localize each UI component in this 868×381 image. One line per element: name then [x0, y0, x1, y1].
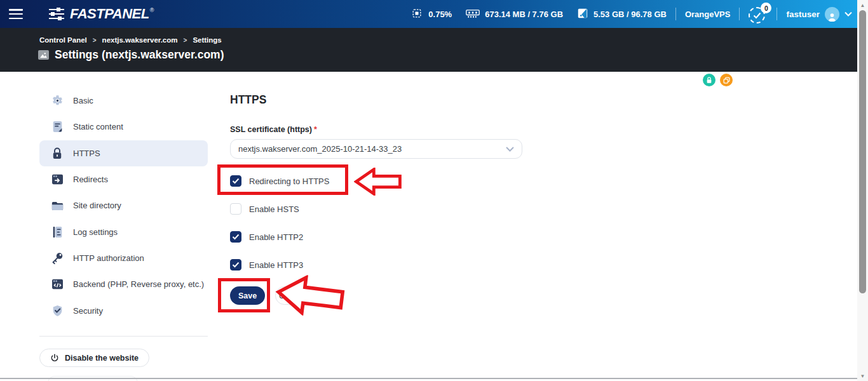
- checkbox-row-redirecting-to-https[interactable]: Redirecting to HTTPS: [230, 167, 421, 195]
- notifications-button[interactable]: 0: [749, 4, 768, 23]
- sidebar-item-site[interactable]: Site directory: [39, 192, 208, 218]
- checkbox[interactable]: [230, 175, 241, 187]
- username: fastuser: [786, 10, 820, 19]
- ssl-certificate-value: nextjs.wakserver.com_2025-10-21-14-33_23: [238, 144, 402, 154]
- code-icon: [51, 278, 64, 291]
- sidebar-item-basic[interactable]: Basic: [39, 88, 208, 114]
- chevron-down-icon: [506, 147, 514, 152]
- window-bottom-edge: [0, 378, 857, 379]
- disable-website-label: Disable the website: [65, 354, 139, 363]
- stat-value: 5.53 GB / 96.78 GB: [593, 10, 667, 19]
- sidebar-item-backend[interactable]: Backend (PHP, Reverse proxy, etc.): [39, 271, 208, 297]
- topbar-stats: 0.75%673.14 MB / 7.76 GB5.53 GB / 96.78 …: [410, 4, 857, 23]
- sidebar-item-label: Basic: [73, 96, 93, 105]
- apps-grid-icon[interactable]: [807, 74, 818, 85]
- copy-badge-icon[interactable]: [720, 74, 733, 86]
- sidebar-item-security[interactable]: Security: [39, 297, 208, 323]
- sidebar-item-label: Static content: [73, 122, 123, 131]
- sidebar-item-label: Security: [73, 306, 103, 316]
- save-button[interactable]: Save: [230, 286, 265, 305]
- registered-mark: ®: [150, 7, 154, 13]
- sidebar-item-label: Backend (PHP, Reverse proxy, etc.): [73, 279, 204, 289]
- divider: [675, 8, 676, 20]
- breadcrumb-item[interactable]: Settings: [193, 36, 221, 44]
- cpu-icon: [410, 7, 423, 22]
- document-icon: [51, 121, 64, 133]
- page-title: Settings (nextjs.wakserver.com): [55, 48, 224, 62]
- avatar: [825, 7, 839, 22]
- page-title-row: Settings (nextjs.wakserver.com): [38, 48, 224, 62]
- stat-disk: 5.53 GB / 96.78 GB: [577, 8, 667, 21]
- sidebar-item-http[interactable]: HTTP authorization: [39, 245, 208, 271]
- hamburger-menu-icon[interactable]: [9, 9, 23, 19]
- notification-badge: 0: [761, 3, 771, 13]
- site-favicon-icon: [38, 50, 49, 60]
- scroll-up-arrow-icon[interactable]: ▲: [857, 1, 868, 10]
- https-options: Redirecting to HTTPSEnable HSTSEnable HT…: [230, 167, 421, 279]
- resource-stats: 0.75%673.14 MB / 7.76 GB5.53 GB / 96.78 …: [410, 7, 667, 22]
- scrollbar-thumb[interactable]: [859, 10, 866, 293]
- checkbox[interactable]: [230, 231, 241, 243]
- breadcrumb-item[interactable]: nextjs.wakserver.com: [102, 36, 178, 44]
- sidebar-item-redirects[interactable]: Redirects: [39, 166, 208, 192]
- checkbox[interactable]: [230, 259, 241, 271]
- shield-check-icon: [51, 304, 64, 317]
- folder-icon: [51, 199, 64, 212]
- checkbox-row-enable-http2[interactable]: Enable HTTP2: [230, 223, 421, 251]
- divider: [739, 8, 740, 20]
- sidebar-item-label: HTTP authorization: [73, 253, 144, 263]
- required-asterisk: *: [314, 125, 317, 134]
- disk-icon: [577, 8, 588, 21]
- user-menu[interactable]: fastuser: [786, 7, 852, 22]
- checkbox-row-enable-hsts[interactable]: Enable HSTS: [230, 195, 421, 223]
- breadcrumb: Control Panel>nextjs.wakserver.com>Setti…: [39, 36, 222, 44]
- sidebar-item-static[interactable]: Static content: [39, 114, 208, 140]
- sidebar-item-label: HTTPS: [73, 149, 100, 158]
- checkbox[interactable]: [230, 203, 241, 215]
- ram-icon: [466, 8, 480, 20]
- stat-value: 673.14 MB / 7.76 GB: [485, 10, 563, 19]
- page-header: Control Panel>nextjs.wakserver.com>Setti…: [0, 28, 857, 72]
- sidebar-item-label: Redirects: [73, 175, 108, 184]
- fastpanel-logo[interactable]: FASTPANEL ®: [48, 6, 153, 22]
- settings-sidebar: BasicStatic contentHTTPSRedirectsSite di…: [39, 88, 208, 324]
- fastpanel-settings-screen: FASTPANEL ® 0.75%673.14 MB / 7.76 GB5.53…: [0, 0, 868, 381]
- lock-icon: [51, 147, 64, 159]
- ssl-lock-badge-icon[interactable]: [703, 74, 715, 86]
- sliders-logo-icon: [48, 7, 65, 21]
- log-file-icon: [51, 225, 64, 238]
- checkbox-row-enable-http3[interactable]: Enable HTTP3: [230, 251, 421, 279]
- breadcrumb-item[interactable]: Control Panel: [39, 36, 87, 44]
- ssl-certificate-select[interactable]: nextjs.wakserver.com_2025-10-21-14-33_23: [230, 139, 522, 159]
- sidebar-item-log[interactable]: Log settings: [39, 218, 208, 244]
- ssl-certificate-label: SSL certificate (https)*: [230, 125, 317, 134]
- scroll-down-arrow-icon[interactable]: ▼: [857, 371, 868, 380]
- sidebar-item-label: Log settings: [73, 227, 118, 237]
- topbar: FASTPANEL ® 0.75%673.14 MB / 7.76 GB5.53…: [0, 0, 857, 28]
- stat-value: 0.75%: [428, 10, 452, 19]
- info-icon[interactable]: [779, 74, 790, 85]
- sidebar-item-label: Site directory: [73, 201, 121, 210]
- breadcrumb-separator: >: [184, 37, 187, 44]
- vertical-scrollbar[interactable]: ▲ ▼: [857, 0, 868, 381]
- stat-cpu: 0.75%: [410, 7, 452, 22]
- chevron-down-icon: [844, 11, 852, 17]
- key-icon: [51, 251, 64, 264]
- redirect-arrow-icon: [51, 173, 64, 186]
- stat-ram: 673.14 MB / 7.76 GB: [466, 8, 563, 20]
- checkbox-label: Enable HSTS: [249, 204, 299, 214]
- cancel-button[interactable]: Cancel: [275, 286, 308, 305]
- divider: [776, 8, 777, 20]
- checkbox-label: Redirecting to HTTPS: [249, 177, 329, 186]
- server-link[interactable]: OrangeVPS: [685, 10, 731, 19]
- sidebar-divider: [39, 336, 208, 337]
- sidebar-item-https[interactable]: HTTPS: [39, 140, 208, 166]
- power-icon: [50, 354, 59, 363]
- open-site-external-link-icon[interactable]: [750, 74, 762, 85]
- disable-website-button[interactable]: Disable the website: [39, 349, 149, 367]
- gear-icon: [51, 95, 64, 107]
- section-heading: HTTPS: [230, 93, 266, 107]
- brand-name: FASTPANEL: [70, 6, 149, 22]
- breadcrumb-separator: >: [93, 37, 97, 44]
- checkbox-label: Enable HTTP2: [249, 232, 303, 242]
